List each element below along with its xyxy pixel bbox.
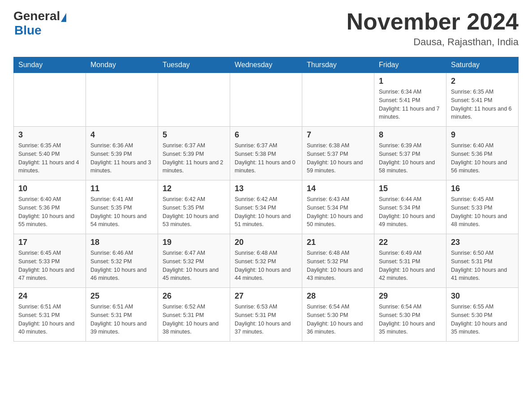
calendar-cell: 9Sunrise: 6:40 AMSunset: 5:36 PMDaylight… — [446, 127, 519, 180]
calendar-week-row: 1Sunrise: 6:34 AMSunset: 5:41 PMDaylight… — [14, 73, 519, 127]
day-info: Sunrise: 6:50 AMSunset: 5:31 PMDaylight:… — [451, 249, 514, 283]
calendar-cell: 6Sunrise: 6:37 AMSunset: 5:38 PMDaylight… — [230, 127, 302, 180]
day-info: Sunrise: 6:53 AMSunset: 5:31 PMDaylight:… — [235, 303, 297, 336]
calendar-cell: 18Sunrise: 6:46 AMSunset: 5:32 PMDayligh… — [86, 234, 158, 288]
day-number: 5 — [163, 130, 225, 140]
day-number: 24 — [18, 291, 81, 301]
calendar-week-row: 17Sunrise: 6:45 AMSunset: 5:33 PMDayligh… — [14, 234, 519, 288]
day-info: Sunrise: 6:36 AMSunset: 5:39 PMDaylight:… — [90, 141, 153, 175]
day-number: 11 — [90, 184, 153, 193]
calendar-cell: 11Sunrise: 6:41 AMSunset: 5:35 PMDayligh… — [86, 180, 158, 234]
day-info: Sunrise: 6:52 AMSunset: 5:31 PMDaylight:… — [163, 303, 225, 336]
day-info: Sunrise: 6:55 AMSunset: 5:30 PMDaylight:… — [451, 303, 514, 336]
day-of-week-header: Friday — [374, 57, 446, 73]
day-number: 12 — [163, 184, 225, 193]
calendar-week-row: 10Sunrise: 6:40 AMSunset: 5:36 PMDayligh… — [14, 180, 519, 234]
calendar-cell: 2Sunrise: 6:35 AMSunset: 5:41 PMDaylight… — [446, 73, 519, 127]
title-area: November 2024 Dausa, Rajasthan, India — [347, 9, 519, 48]
day-info: Sunrise: 6:47 AMSunset: 5:32 PMDaylight:… — [163, 249, 225, 283]
day-number: 30 — [451, 291, 514, 301]
calendar-cell: 12Sunrise: 6:42 AMSunset: 5:35 PMDayligh… — [158, 180, 230, 234]
day-number: 7 — [307, 130, 369, 140]
days-of-week-row: SundayMondayTuesdayWednesdayThursdayFrid… — [14, 57, 519, 73]
day-info: Sunrise: 6:45 AMSunset: 5:33 PMDaylight:… — [18, 249, 81, 283]
logo-blue-text: Blue — [14, 23, 42, 37]
calendar-cell: 21Sunrise: 6:48 AMSunset: 5:32 PMDayligh… — [302, 234, 374, 288]
calendar-cell — [86, 73, 158, 127]
day-of-week-header: Wednesday — [230, 57, 302, 73]
day-info: Sunrise: 6:43 AMSunset: 5:34 PMDaylight:… — [307, 195, 369, 229]
day-info: Sunrise: 6:35 AMSunset: 5:40 PMDaylight:… — [18, 141, 81, 175]
calendar-cell — [158, 73, 230, 127]
calendar-cell: 19Sunrise: 6:47 AMSunset: 5:32 PMDayligh… — [158, 234, 230, 288]
calendar-cell: 16Sunrise: 6:45 AMSunset: 5:33 PMDayligh… — [446, 180, 519, 234]
day-number: 25 — [90, 291, 153, 301]
day-info: Sunrise: 6:40 AMSunset: 5:36 PMDaylight:… — [451, 141, 514, 175]
calendar-cell: 14Sunrise: 6:43 AMSunset: 5:34 PMDayligh… — [302, 180, 374, 234]
day-number: 29 — [379, 291, 442, 301]
day-info: Sunrise: 6:44 AMSunset: 5:34 PMDaylight:… — [379, 195, 442, 229]
day-info: Sunrise: 6:51 AMSunset: 5:31 PMDaylight:… — [90, 303, 153, 336]
day-of-week-header: Monday — [86, 57, 158, 73]
day-number: 1 — [379, 77, 442, 86]
calendar-cell: 3Sunrise: 6:35 AMSunset: 5:40 PMDaylight… — [14, 127, 86, 180]
day-of-week-header: Sunday — [14, 57, 86, 73]
day-info: Sunrise: 6:35 AMSunset: 5:41 PMDaylight:… — [451, 88, 514, 121]
day-number: 8 — [379, 130, 442, 140]
day-info: Sunrise: 6:48 AMSunset: 5:32 PMDaylight:… — [307, 249, 369, 283]
logo-area: General Blue — [13, 9, 67, 38]
day-info: Sunrise: 6:45 AMSunset: 5:33 PMDaylight:… — [451, 195, 514, 229]
calendar-cell: 25Sunrise: 6:51 AMSunset: 5:31 PMDayligh… — [86, 288, 158, 342]
calendar-cell: 5Sunrise: 6:37 AMSunset: 5:39 PMDaylight… — [158, 127, 230, 180]
day-number: 10 — [18, 184, 81, 193]
day-info: Sunrise: 6:37 AMSunset: 5:39 PMDaylight:… — [163, 141, 225, 175]
day-number: 6 — [235, 130, 297, 140]
day-number: 19 — [163, 238, 225, 247]
day-number: 9 — [451, 130, 514, 140]
calendar-cell: 13Sunrise: 6:42 AMSunset: 5:34 PMDayligh… — [230, 180, 302, 234]
logo-general-text: General — [13, 9, 60, 23]
day-number: 21 — [307, 238, 369, 247]
calendar-week-row: 24Sunrise: 6:51 AMSunset: 5:31 PMDayligh… — [14, 288, 519, 342]
day-number: 17 — [18, 238, 81, 247]
day-info: Sunrise: 6:34 AMSunset: 5:41 PMDaylight:… — [379, 88, 442, 121]
day-info: Sunrise: 6:49 AMSunset: 5:31 PMDaylight:… — [379, 249, 442, 283]
day-number: 22 — [379, 238, 442, 247]
day-number: 13 — [235, 184, 297, 193]
calendar-cell: 4Sunrise: 6:36 AMSunset: 5:39 PMDaylight… — [86, 127, 158, 180]
day-of-week-header: Tuesday — [158, 57, 230, 73]
logo: General — [13, 9, 67, 23]
day-info: Sunrise: 6:37 AMSunset: 5:38 PMDaylight:… — [235, 141, 297, 175]
calendar-cell — [14, 73, 86, 127]
day-number: 20 — [235, 238, 297, 247]
calendar-cell: 17Sunrise: 6:45 AMSunset: 5:33 PMDayligh… — [14, 234, 86, 288]
calendar-table: SundayMondayTuesdayWednesdayThursdayFrid… — [13, 57, 519, 342]
day-info: Sunrise: 6:46 AMSunset: 5:32 PMDaylight:… — [90, 249, 153, 283]
calendar-cell — [302, 73, 374, 127]
header: General Blue November 2024 Dausa, Rajast… — [13, 9, 519, 48]
day-info: Sunrise: 6:38 AMSunset: 5:37 PMDaylight:… — [307, 141, 369, 175]
day-info: Sunrise: 6:54 AMSunset: 5:30 PMDaylight:… — [379, 303, 442, 336]
day-info: Sunrise: 6:42 AMSunset: 5:34 PMDaylight:… — [235, 195, 297, 229]
calendar-cell: 26Sunrise: 6:52 AMSunset: 5:31 PMDayligh… — [158, 288, 230, 342]
logo-triangle-icon — [61, 13, 66, 22]
day-info: Sunrise: 6:40 AMSunset: 5:36 PMDaylight:… — [18, 195, 81, 229]
calendar-cell: 8Sunrise: 6:39 AMSunset: 5:37 PMDaylight… — [374, 127, 446, 180]
calendar-cell: 10Sunrise: 6:40 AMSunset: 5:36 PMDayligh… — [14, 180, 86, 234]
day-info: Sunrise: 6:41 AMSunset: 5:35 PMDaylight:… — [90, 195, 153, 229]
calendar-title: November 2024 — [347, 9, 519, 34]
day-number: 28 — [307, 291, 369, 301]
day-number: 23 — [451, 238, 514, 247]
day-info: Sunrise: 6:42 AMSunset: 5:35 PMDaylight:… — [163, 195, 225, 229]
day-number: 14 — [307, 184, 369, 193]
calendar-cell: 23Sunrise: 6:50 AMSunset: 5:31 PMDayligh… — [446, 234, 519, 288]
day-number: 4 — [90, 130, 153, 140]
day-number: 16 — [451, 184, 514, 193]
day-number: 15 — [379, 184, 442, 193]
day-info: Sunrise: 6:51 AMSunset: 5:31 PMDaylight:… — [18, 303, 81, 336]
calendar-cell: 7Sunrise: 6:38 AMSunset: 5:37 PMDaylight… — [302, 127, 374, 180]
calendar-cell: 30Sunrise: 6:55 AMSunset: 5:30 PMDayligh… — [446, 288, 519, 342]
day-number: 3 — [18, 130, 81, 140]
calendar-cell: 15Sunrise: 6:44 AMSunset: 5:34 PMDayligh… — [374, 180, 446, 234]
day-info: Sunrise: 6:39 AMSunset: 5:37 PMDaylight:… — [379, 141, 442, 175]
